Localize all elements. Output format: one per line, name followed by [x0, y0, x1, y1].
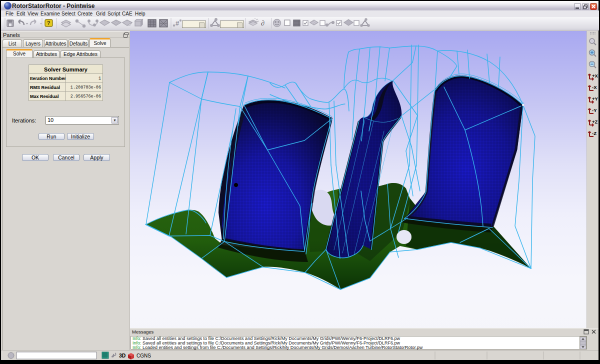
- svg-text:CGNS: CGNS: [136, 353, 151, 358]
- svg-text:#: #: [176, 20, 180, 27]
- svg-text:-Z: -Z: [592, 130, 596, 136]
- svg-text:+X: +X: [592, 73, 598, 78]
- svg-text:+Y: +Y: [592, 96, 598, 102]
- svg-text:3D: 3D: [119, 352, 126, 358]
- svg-text:+Z: +Z: [592, 119, 598, 124]
- svg-text:-Y: -Y: [592, 108, 597, 113]
- svg-text:-X: -X: [592, 84, 597, 90]
- svg-text:∂: ∂: [261, 20, 264, 27]
- svg-text:?: ?: [47, 20, 50, 26]
